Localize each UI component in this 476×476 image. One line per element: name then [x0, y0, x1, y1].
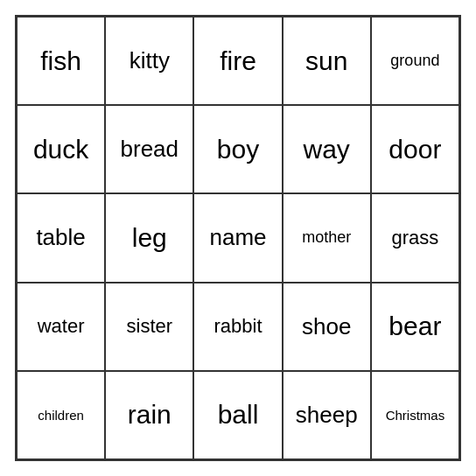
cell-text-2-1: leg [132, 223, 167, 253]
cell-0-1: kitty [105, 17, 193, 105]
cell-text-2-3: mother [302, 228, 351, 247]
cell-4-3: sheep [283, 371, 371, 459]
cell-3-3: shoe [283, 283, 371, 371]
cell-0-3: sun [283, 17, 371, 105]
cell-4-1: rain [105, 371, 193, 459]
cell-2-4: grass [371, 193, 459, 282]
cell-text-0-4: ground [390, 52, 439, 70]
cell-text-0-3: sun [305, 46, 347, 76]
cell-1-4: door [371, 105, 459, 193]
cell-text-4-3: sheep [296, 402, 358, 429]
cell-text-2-2: name [209, 224, 266, 251]
cell-2-3: mother [283, 193, 371, 282]
cell-text-4-0: children [38, 408, 84, 423]
cell-text-2-0: table [36, 224, 85, 251]
cell-text-2-4: grass [391, 227, 438, 249]
cell-text-1-3: way [304, 135, 350, 164]
cell-text-3-4: bear [388, 312, 441, 341]
cell-text-4-1: rain [128, 400, 172, 430]
cell-text-1-2: boy [217, 135, 259, 164]
cell-2-1: leg [105, 193, 193, 282]
cell-0-2: fire [193, 17, 282, 105]
cell-text-4-4: Christmas [386, 408, 445, 423]
cell-3-2: rabbit [193, 283, 282, 371]
cell-text-1-0: duck [33, 135, 88, 164]
cell-1-1: bread [105, 105, 193, 193]
bingo-grid: fishkittyfiresungroundduckbreadboywaydoo… [15, 15, 461, 461]
cell-text-1-4: door [388, 135, 441, 164]
cell-3-1: sister [105, 283, 193, 371]
cell-4-4: Christmas [371, 371, 459, 459]
cell-3-0: water [17, 283, 105, 371]
cell-text-1-1: bread [121, 136, 179, 163]
cell-text-0-0: fish [40, 46, 81, 76]
cell-text-0-2: fire [220, 46, 256, 76]
cell-4-2: ball [193, 371, 282, 459]
cell-1-2: boy [193, 105, 282, 193]
cell-1-3: way [283, 105, 371, 193]
cell-text-0-1: kitty [130, 47, 170, 74]
cell-0-0: fish [17, 17, 105, 105]
cell-text-3-0: water [38, 315, 85, 338]
cell-text-4-2: ball [218, 400, 259, 430]
cell-4-0: children [17, 371, 105, 459]
cell-3-4: bear [371, 283, 459, 371]
cell-2-2: name [193, 193, 282, 282]
cell-1-0: duck [17, 105, 105, 193]
cell-0-4: ground [371, 17, 459, 105]
cell-text-3-1: sister [127, 315, 173, 338]
cell-2-0: table [17, 193, 105, 282]
cell-text-3-2: rabbit [214, 315, 262, 338]
cell-text-3-3: shoe [302, 313, 351, 340]
